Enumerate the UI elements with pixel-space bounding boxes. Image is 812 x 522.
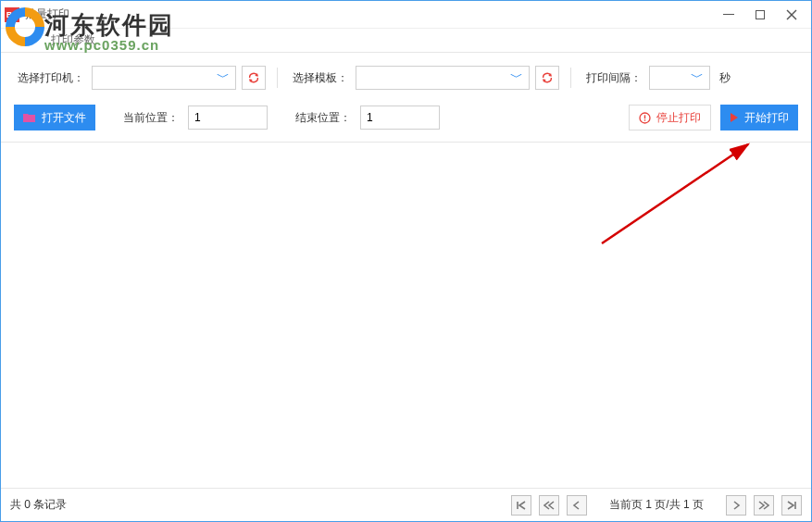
end-pos-label: 结束位置： — [295, 110, 351, 126]
folder-icon — [23, 112, 36, 123]
chevron-down-icon: ﹀ — [510, 69, 523, 86]
close-button[interactable] — [776, 1, 807, 29]
current-pos-input[interactable] — [188, 106, 268, 130]
printer-label: 选择打印机： — [18, 70, 84, 86]
first-icon — [516, 500, 527, 511]
template-select[interactable]: ﹀ — [356, 66, 530, 90]
minimize-button[interactable] — [713, 1, 744, 29]
page-prev-fast-button[interactable] — [539, 495, 559, 516]
next-icon — [731, 500, 742, 511]
template-refresh-button[interactable] — [535, 66, 559, 90]
template-label: 选择模板： — [293, 70, 348, 86]
record-count-text: 共 0 条记录 — [10, 497, 67, 513]
prev-fast-icon — [543, 500, 555, 511]
section-label: 打印参数 — [51, 32, 95, 48]
open-file-label: 打开文件 — [42, 110, 86, 126]
window-title: 批量打印 — [25, 6, 69, 22]
chevron-down-icon: ﹀ — [691, 69, 704, 86]
current-pos-label: 当前位置： — [123, 110, 179, 126]
params-row: 选择打印机： ﹀ 选择模板： ﹀ 打印间隔： ﹀ — [1, 53, 811, 99]
open-file-button[interactable]: 打开文件 — [14, 105, 95, 130]
prev-icon — [571, 500, 582, 511]
svg-rect-4 — [644, 119, 645, 120]
refresh-icon — [247, 71, 260, 84]
page-prev-button[interactable] — [567, 495, 587, 516]
interval-unit: 秒 — [719, 70, 731, 86]
next-fast-icon — [758, 500, 769, 511]
page-next-fast-button[interactable] — [754, 495, 774, 516]
printer-select[interactable]: ﹀ — [92, 66, 236, 90]
app-icon: BS — [5, 7, 19, 22]
refresh-icon — [541, 71, 554, 84]
close-icon — [786, 9, 797, 20]
stop-print-label: 停止打印 — [656, 110, 701, 126]
printer-refresh-button[interactable] — [242, 66, 266, 90]
interval-select[interactable]: ﹀ — [649, 66, 710, 90]
titlebar: BS 批量打印 — [1, 1, 811, 29]
actions-row: 打开文件 当前位置： 结束位置： 停止打印 开始打印 — [1, 99, 811, 143]
status-bar: 共 0 条记录 当前页 1 页/共 1 页 — [1, 488, 811, 521]
page-text: 当前页 1 页/共 1 页 — [609, 497, 704, 513]
last-icon — [786, 500, 797, 511]
play-icon — [730, 112, 739, 123]
interval-label: 打印间隔： — [586, 70, 642, 86]
start-print-label: 开始打印 — [744, 110, 789, 126]
content-area — [1, 143, 811, 488]
stop-print-button[interactable]: 停止打印 — [629, 105, 711, 130]
svg-rect-3 — [644, 115, 645, 118]
end-pos-input[interactable] — [360, 106, 440, 130]
start-print-button[interactable]: 开始打印 — [720, 105, 798, 130]
window: BS 批量打印 打印参数 选择打印机： ﹀ 选择模板： — [0, 0, 812, 522]
page-last-button[interactable] — [781, 495, 802, 516]
stop-icon — [639, 112, 651, 124]
maximize-button[interactable] — [744, 1, 776, 29]
page-next-button[interactable] — [726, 495, 746, 516]
chevron-down-icon: ﹀ — [217, 69, 230, 86]
section-header: 打印参数 — [1, 29, 811, 53]
page-first-button[interactable] — [511, 495, 531, 516]
